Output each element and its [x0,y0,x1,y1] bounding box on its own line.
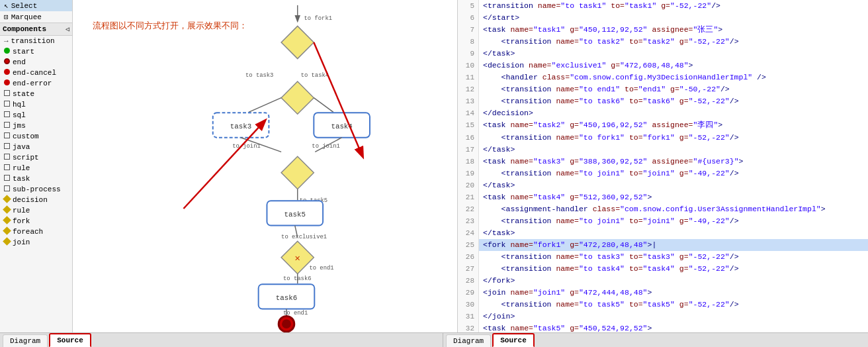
comp-state[interactable]: state [0,89,72,99]
fork-icon [4,217,10,225]
comp-join[interactable]: join [0,237,72,248]
xml-line-22: 22 <assignment-handler class="com.snow.c… [458,203,868,215]
svg-text:to fork1: to fork1 [304,15,332,22]
main-container: ↖ Select ⊡ Marquee Components ◁ → transi… [0,0,868,332]
comp-end[interactable]: end [0,57,72,68]
java-icon [4,143,10,151]
cursor-icon: ↖ [4,1,9,10]
center-panel[interactable]: 流程图以不同方式打开，展示效果不同： to fork1 to task3 to … [73,0,458,332]
xml-line-6: 6 </start> [458,12,868,24]
bottom-tab-bar: Diagram Source Diagram Source [0,332,868,347]
select-tool[interactable]: ↖ Select [0,0,72,11]
xml-line-15: 15 <task name="task2" g="450,196,92,52" … [458,119,868,131]
end-icon [4,58,10,66]
svg-text:to task4: to task4 [301,72,329,79]
comp-java[interactable]: java [0,142,72,152]
xml-line-18: 18 <task name="task3" g="388,360,92,52" … [458,156,868,168]
comp-sql[interactable]: sql [0,110,72,121]
comp-subprocess[interactable]: sub-process [0,184,72,195]
svg-line-7 [314,98,333,113]
svg-text:✕: ✕ [295,254,300,264]
svg-text:to exclusive1: to exclusive1 [281,234,327,240]
svg-marker-2 [281,26,314,58]
comp-custom[interactable]: custom [0,131,72,142]
xml-line-5: 5 <transition name="to task1" to="task1"… [458,0,868,12]
hql-icon [4,101,10,109]
xml-line-11: 11 <handler class="com.snow.config.My3De… [458,72,868,83]
xml-line-30: 30 <transition name="to task5" to="task5… [458,299,868,311]
xml-line-28: 28 </fork> [458,275,868,287]
xml-line-19: 19 <transition name="to join1" to="join1… [458,168,868,179]
left-tab-bar: Diagram Source [0,333,443,347]
right-tab-bar: Diagram Source [443,333,868,347]
comp-end-error[interactable]: end-error [0,78,72,89]
right-tab-diagram[interactable]: Diagram [446,334,491,347]
marquee-label: Marquee [11,13,42,21]
xml-line-7: 7 <task name="task1" g="450,112,92,52" a… [458,24,868,36]
xml-line-10: 10 <decision name="exclusive1" g="472,60… [458,60,868,72]
xml-line-14: 14 </decision> [458,107,868,119]
marquee-icon: ⊡ [4,13,9,21]
comp-fork[interactable]: fork [0,216,72,226]
xml-line-12: 12 <transition name="to end1" to="end1" … [458,83,868,95]
xml-line-24: 24 </task> [458,227,868,239]
svg-text:task3: task3 [230,123,251,130]
xml-line-29: 29 <join name="join1" g="472,444,48,48"> [458,287,868,299]
svg-text:task6: task6 [276,294,297,302]
xml-line-16: 16 <transition name="to fork1" to="fork1… [458,132,868,144]
xml-line-27: 27 <transition name="to task4" to="task4… [458,263,868,275]
xml-line-23: 23 <transition name="to join1" to="join1… [458,215,868,227]
left-panel: ↖ Select ⊡ Marquee Components ◁ → transi… [0,0,73,332]
components-header: Components ◁ [0,23,72,36]
marquee-tool[interactable]: ⊡ Marquee [0,11,72,23]
end-cancel-icon [4,69,10,77]
foreach-icon [4,228,10,236]
right-tab-source[interactable]: Source [492,333,535,347]
select-label: Select [11,2,38,10]
comp-hql[interactable]: hql [0,99,72,110]
comp-script[interactable]: script [0,152,72,163]
rule2-icon [4,207,10,215]
decision-icon [4,196,10,204]
comp-rule[interactable]: rule [0,163,72,174]
component-list: → transition start end end-cancel end-er… [0,36,72,332]
xml-line-31: 31 </join> [458,311,868,322]
comp-decision[interactable]: decision [0,195,72,205]
right-panel: 5 <transition name="to task1" to="task1"… [458,0,868,332]
comp-start[interactable]: start [0,46,72,57]
comp-end-cancel[interactable]: end-cancel [0,68,72,78]
xml-line-21: 21 <task name="task4" g="512,360,92,52"> [458,191,868,203]
state-icon [4,90,10,98]
custom-icon [4,132,10,140]
xml-line-17: 17 </task> [458,144,868,156]
svg-point-33 [282,319,291,328]
transition-icon: → [4,37,9,45]
xml-line-20: 20 </task> [458,179,868,191]
xml-line-13: 13 <transition name="to task6" to="task6… [458,95,868,107]
join-icon [4,238,10,246]
svg-text:to join1: to join1 [312,143,339,150]
comp-foreach[interactable]: foreach [0,226,72,237]
xml-line-25: 25 <fork name="fork1" g="472,280,48,48">… [458,239,868,251]
left-tab-source[interactable]: Source [49,333,91,347]
sql-icon [4,111,10,119]
xml-editor[interactable]: 5 <transition name="to task1" to="task1"… [458,0,868,332]
start-icon [4,48,10,56]
collapse-icon[interactable]: ◁ [65,25,69,33]
svg-line-6 [249,98,281,113]
svg-marker-5 [281,81,314,114]
comp-transition[interactable]: → transition [0,36,72,46]
comp-jms[interactable]: jms [0,121,72,131]
svg-text:to end1: to end1 [309,265,333,272]
comp-task[interactable]: task [0,174,72,184]
diagram-canvas: to fork1 to task3 to task4 task3 task4 t… [73,0,457,332]
svg-marker-16 [281,156,314,189]
top-menu: ↖ Select ⊡ Marquee [0,0,72,23]
left-tab-diagram[interactable]: Diagram [3,334,48,347]
svg-text:task5: task5 [284,211,306,219]
comp-rule2[interactable]: rule [0,205,72,216]
jms-icon [4,122,10,130]
xml-line-9: 9 </task> [458,48,868,60]
svg-text:to join1: to join1 [232,143,260,150]
script-icon [4,154,10,162]
